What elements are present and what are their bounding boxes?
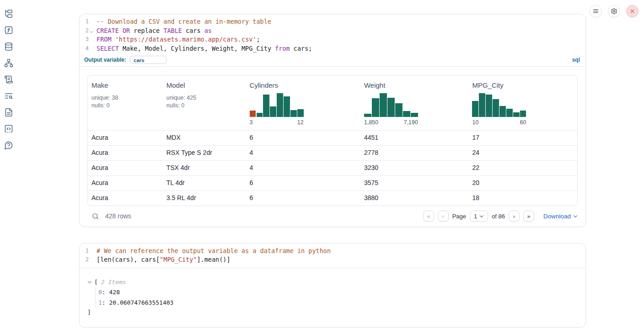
page-select[interactable]: 1 [470,211,488,222]
next-page-button[interactable]: › [509,211,520,222]
fold-gutter [89,247,94,256]
pagination: « ‹ Page 1 of 86 › » Download [423,211,577,222]
line-number: 1 [80,17,89,26]
functions-icon[interactable] [4,26,14,35]
language-badge[interactable]: sql [572,57,580,63]
table-cell: 4451 [360,131,468,145]
table-row[interactable]: AcuraTL 4dr6357520 [88,175,577,190]
histogram-bar [277,93,283,117]
column-header-cylinders: Cylinders 3 12 [246,75,360,130]
table-cell: 3.5 RL 4dr [163,191,246,206]
histogram-bar [257,113,263,117]
sql-cell: 1-- Download a CSV and create an in-memo… [79,14,586,227]
table-cell: 3575 [360,176,468,190]
table-cell: Acura [88,131,163,145]
code-line: 3FROM 'https://datasets.marimo.app/cars.… [80,35,585,44]
code-line: 1# We can reference the output variable … [80,247,585,256]
histogram-bar [486,95,492,117]
last-page-button[interactable]: » [523,211,534,222]
table-header: Make unique: 38 nulls: 0 Model unique: 4… [88,75,577,130]
fold-gutter [89,44,94,53]
code-line: 1-- Download a CSV and create an in-memo… [80,17,585,26]
file-tree-icon[interactable] [4,9,14,18]
table-cell: 2778 [360,146,468,160]
mpg-city-max-label: 60 [520,119,526,126]
line-number: 3 [80,35,89,44]
sql-cell-footer: Output variable: cars sql [80,56,585,67]
tree-entry: 0: 428 [98,287,585,298]
sidebar [4,9,17,150]
open-bracket: [ [94,279,98,285]
marimo-notebook: 1-- Download a CSV and create an in-memo… [0,0,644,333]
column-header-make: Make unique: 38 nulls: 0 [88,75,163,130]
output-variable-label: Output variable: [84,57,126,63]
documentation-icon[interactable] [4,108,14,117]
model-nulls-stat: nulls: 0 [166,102,242,110]
histogram-bar [290,110,296,117]
table-cell: TSX 4dr [163,161,246,175]
table-cell: TL 4dr [163,176,246,190]
histogram-bar [513,112,519,117]
table-row[interactable]: AcuraMDX6445117 [88,130,577,145]
table-cell: 6 [246,191,360,206]
sql-cell-output: Make unique: 38 nulls: 0 Model unique: 4… [80,67,585,227]
notebook-actions [590,5,639,17]
snippets-icon[interactable] [4,124,14,133]
collapse-chevron-icon[interactable] [87,279,93,285]
close-bracket: ] [87,308,585,317]
fold-gutter [89,35,94,44]
menu-button[interactable] [590,5,602,17]
search-icon[interactable] [89,210,101,222]
weight-histogram: 1,850 7,190 [364,93,418,126]
help-icon[interactable] [4,141,14,150]
histogram-bar [250,111,256,117]
fold-chevron-icon[interactable] [89,26,94,36]
table-cell: MDX [163,131,246,145]
histogram-bar [387,98,395,117]
weight-min-label: 1,850 [364,119,378,126]
dependency-graph-icon[interactable] [4,58,14,68]
page-total: of 86 [492,213,505,220]
cylinders-min-label: 3 [250,119,253,126]
table-row[interactable]: Acura3.5 RL 4dr6388018 [88,190,577,206]
line-number: 4 [80,44,89,53]
histogram-bar [270,106,276,117]
table-cell: 4 [246,161,360,175]
make-unique-stat: unique: 38 [91,94,159,102]
table-cell: 20 [468,176,577,190]
make-nulls-stat: nulls: 0 [91,102,159,110]
table-of-contents-icon[interactable] [4,91,14,100]
notebook-cells: 1-- Download a CSV and create an in-memo… [79,14,586,328]
python-code-editor[interactable]: 1# We can reference the output variable … [80,243,585,268]
logs-icon[interactable] [4,75,14,84]
output-variable-input[interactable]: cars [130,56,166,64]
prev-page-button[interactable]: ‹ [438,211,449,222]
table-cell: 17 [468,131,577,145]
table-cell: 3230 [360,161,468,175]
python-cell-output: [ 2 Items 0: 4281: 20.060747663551403 ] [80,268,585,327]
histogram-bar [263,95,269,117]
row-count: 428 rows [105,212,131,220]
cylinders-max-label: 12 [297,119,304,126]
histogram-bar [395,103,402,117]
table-row[interactable]: AcuraRSX Type S 2dr4277824 [88,145,577,160]
sql-code-editor[interactable]: 1-- Download a CSV and create an in-memo… [80,14,585,56]
line-number: 2 [80,26,89,36]
histogram-bar [284,96,290,117]
histogram-bar [499,106,505,117]
code-line: 2[len(cars), cars["MPG_City"].mean()] [80,255,585,264]
tree-entry: 1: 20.060747663551403 [98,298,585,308]
chevron-down-icon [480,214,483,217]
column-header-weight: Weight 1,850 7,190 [360,75,468,130]
download-button[interactable]: Download [543,213,577,220]
shutdown-button[interactable] [626,5,639,17]
table-cell: 6 [246,176,360,190]
first-page-button[interactable]: « [423,211,434,222]
datasources-icon[interactable] [4,42,14,51]
table-row[interactable]: AcuraTSX 4dr4323022 [88,160,577,175]
mpg-city-min-label: 10 [472,119,478,126]
table-cell: Acura [88,191,163,206]
settings-button[interactable] [608,5,620,17]
histogram-bar [472,101,478,117]
line-number: 2 [80,255,89,264]
